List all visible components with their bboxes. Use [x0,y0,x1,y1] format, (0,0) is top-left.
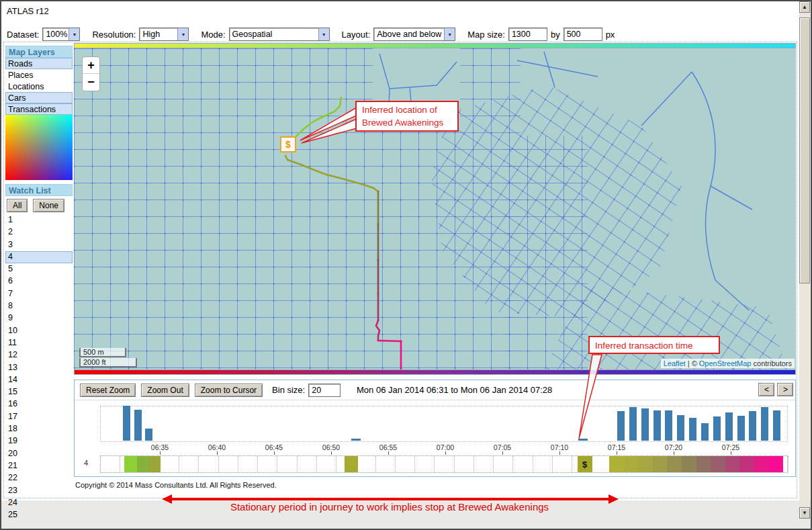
strip-journey-segment[interactable] [148,456,161,472]
zoom-out-button[interactable]: − [83,74,99,91]
layer-item-transactions[interactable]: Transactions [5,103,73,115]
watch-all-button[interactable]: All [7,199,28,212]
strip-journey-segment[interactable] [725,456,740,472]
strip-journey-segment[interactable] [609,456,624,472]
watch-item-9[interactable]: 9 [5,312,73,324]
zoom-to-cursor-button[interactable]: Zoom to Cursor [195,384,263,397]
next-button[interactable]: > [777,383,793,396]
strip-cell[interactable] [474,456,494,472]
strip-journey-segment[interactable] [667,456,682,472]
watch-item-2[interactable]: 2 [5,226,73,238]
strip-cell[interactable] [298,456,317,472]
strip-cell[interactable] [277,456,297,472]
strip-cell[interactable] [356,456,375,472]
strip-journey-segment[interactable] [624,456,639,472]
strip-journey-segment[interactable] [682,456,696,472]
strip-cell[interactable] [553,456,572,472]
watch-item-14[interactable]: 14 [5,374,73,386]
layer-item-locations[interactable]: Locations [5,81,73,92]
strip-cell[interactable] [494,456,513,472]
strip-cell[interactable] [435,456,454,472]
strip-cell[interactable] [101,456,120,472]
map-height-input[interactable] [563,28,602,41]
transaction-marker[interactable]: $ [280,136,296,152]
dropdown-arrow-icon[interactable]: ▼ [177,28,188,40]
scroll-down-button[interactable]: ▼ [799,507,810,519]
watch-item-7[interactable]: 7 [5,288,73,300]
watch-item-1[interactable]: 1 [5,214,73,226]
zoom-in-button[interactable]: + [83,57,99,74]
toolbar: Dataset: 100% ▼ Resolution: High ▼ Mode:… [7,27,618,42]
strip-cell[interactable] [455,456,474,472]
scrollbar-thumb[interactable] [799,17,810,283]
layer-item-cars[interactable]: Cars [5,92,73,103]
strip-cell[interactable] [396,456,415,472]
layer-item-roads[interactable]: Roads [5,58,73,69]
prev-button[interactable]: < [758,383,774,396]
osm-link[interactable]: OpenStreetMap [699,359,752,367]
watch-item-4[interactable]: 4 [5,251,73,263]
watch-item-22[interactable]: 22 [5,472,73,484]
leaflet-link[interactable]: Leaflet [664,359,686,367]
strip-journey-segment[interactable] [653,456,668,472]
strip-journey-segment[interactable] [124,456,137,472]
strip-journey-segment[interactable] [638,456,653,472]
strip-cell[interactable] [238,456,258,472]
strip-journey-segment[interactable] [137,456,149,472]
strip-cell[interactable] [179,456,199,472]
by-label: by [551,30,560,40]
strip-journey-segment[interactable] [754,456,769,472]
watch-item-11[interactable]: 11 [5,337,73,349]
strip-cell[interactable] [513,456,533,472]
reset-zoom-button[interactable]: Reset Zoom [80,384,136,397]
strip-journey-segment[interactable] [345,456,358,472]
time-tick-label: 06:45 [257,443,291,451]
strip-cell[interactable] [258,456,277,472]
vertical-scrollbar[interactable]: ▲ ▼ [799,1,810,519]
watch-item-21[interactable]: 21 [5,460,73,472]
watch-none-button[interactable]: None [33,199,64,212]
dataset-select[interactable]: 100% ▼ [42,28,80,41]
watch-item-8[interactable]: 8 [5,300,73,312]
watch-item-12[interactable]: 12 [5,349,73,361]
dropdown-arrow-icon[interactable]: ▼ [69,28,79,40]
strip-cell[interactable] [219,456,238,472]
zoom-out-button[interactable]: Zoom Out [141,384,189,397]
strip-cell[interactable] [533,456,553,472]
strip-cell[interactable] [160,456,179,472]
watch-item-13[interactable]: 13 [5,362,73,374]
watch-item-6[interactable]: 6 [5,275,73,288]
watch-item-5[interactable]: 5 [5,263,73,275]
strip-cell[interactable] [199,456,218,472]
dropdown-arrow-icon[interactable]: ▼ [318,28,329,40]
mode-select[interactable]: Geospatial ▼ [229,28,330,41]
histogram-plot[interactable] [100,406,788,442]
watch-item-16[interactable]: 16 [5,398,73,410]
map-viewport[interactable]: + − 500 m 2000 ft Leaflet | © OpenStreet… [74,48,796,369]
journey-strip[interactable]: $ [100,455,788,473]
watch-item-18[interactable]: 18 [5,423,73,435]
resolution-select[interactable]: High ▼ [139,28,189,41]
layout-select[interactable]: Above and below ▼ [373,28,455,41]
strip-cell[interactable] [317,456,336,472]
strip-cell[interactable] [376,456,396,472]
map-width-input[interactable] [508,28,547,41]
strip-transaction-segment[interactable]: $ [578,456,592,472]
strip-journey-segment[interactable] [696,456,711,472]
bin-size-input[interactable] [308,384,341,397]
layer-item-places[interactable]: Places [5,69,73,81]
watch-item-17[interactable]: 17 [5,411,73,423]
strip-journey-segment[interactable] [769,456,784,472]
strip-journey-segment[interactable] [711,456,725,472]
watch-item-10[interactable]: 10 [5,325,73,337]
dropdown-arrow-icon[interactable]: ▼ [444,28,455,40]
scroll-up-button[interactable]: ▲ [799,1,810,13]
watch-item-20[interactable]: 20 [5,448,73,460]
watch-item-3[interactable]: 3 [5,239,73,251]
strip-journey-segment[interactable] [739,456,754,472]
watch-item-15[interactable]: 15 [5,386,73,398]
watch-item-23[interactable]: 23 [5,485,73,497]
strip-cell[interactable] [415,456,435,472]
layout-value: Above and below [374,30,444,39]
watch-item-19[interactable]: 19 [5,435,73,447]
